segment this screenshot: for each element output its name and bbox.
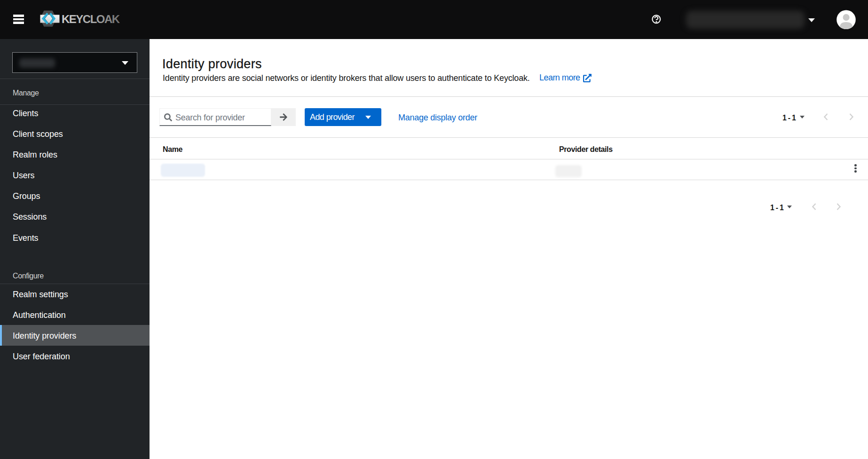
svg-text:KEYCLOAK: KEYCLOAK [62, 13, 120, 25]
